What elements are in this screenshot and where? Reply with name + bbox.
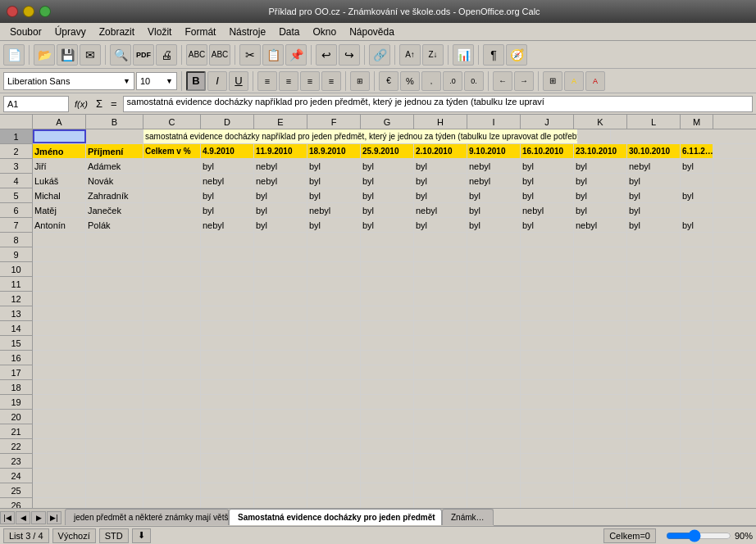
col-header-K[interactable]: K [574, 115, 627, 129]
cell-empty-9-5[interactable] [307, 247, 361, 261]
sheet-tab-2[interactable]: Samostatná evidence docházky pro jeden p… [229, 509, 442, 525]
cell-empty-11-7[interactable] [414, 277, 467, 291]
cell-empty-13-4[interactable] [254, 306, 307, 320]
cell-empty-16-4[interactable] [254, 351, 307, 365]
cell-empty-18-2[interactable] [143, 380, 201, 394]
align-right-button[interactable]: ≡ [300, 71, 320, 91]
cell-J5[interactable]: byl [521, 188, 574, 202]
cell-empty-25-6[interactable] [361, 483, 414, 497]
cell-C5[interactable] [143, 188, 201, 202]
cell-empty-13-7[interactable] [414, 306, 467, 320]
cell-empty-24-2[interactable] [143, 469, 201, 483]
cell-empty-18-1[interactable] [86, 380, 143, 394]
cell-F7[interactable]: byl [307, 218, 361, 232]
cell-empty-14-9[interactable] [521, 321, 574, 335]
cell-empty-19-10[interactable] [574, 395, 627, 409]
menu-napoveda[interactable]: Nápověda [343, 25, 401, 39]
underline-button[interactable]: U [229, 71, 248, 91]
cell-empty-17-2[interactable] [143, 365, 201, 379]
cell-empty-18-6[interactable] [361, 380, 414, 394]
cell-empty-23-11[interactable] [627, 454, 681, 468]
cell-empty-21-10[interactable] [574, 424, 627, 438]
cell-empty-25-10[interactable] [574, 483, 627, 497]
cell-D2[interactable]: 4.9.2010 [201, 144, 254, 158]
thousands-button[interactable]: , [421, 71, 441, 91]
cell-empty-18-5[interactable] [307, 380, 361, 394]
font-size-arrow[interactable]: ▼ [166, 77, 173, 85]
cell-empty-20-7[interactable] [414, 410, 467, 424]
cell-M7[interactable]: byl [681, 218, 713, 232]
cell-H4[interactable]: byl [414, 174, 467, 188]
cell-empty-9-0[interactable] [33, 247, 86, 261]
row-header-15[interactable]: 15 [0, 336, 32, 351]
cell-empty-20-2[interactable] [143, 410, 201, 424]
cell-empty-11-8[interactable] [467, 277, 521, 291]
cell-empty-17-9[interactable] [521, 365, 574, 379]
cell-empty-24-9[interactable] [521, 469, 574, 483]
cell-M3[interactable]: byl [681, 159, 713, 173]
cell-empty-21-0[interactable] [33, 424, 86, 438]
cell-empty-8-2[interactable] [143, 233, 201, 247]
cell-E5[interactable]: byl [254, 188, 307, 202]
row-header-3[interactable]: 3 [0, 159, 32, 174]
cell-empty-25-9[interactable] [521, 483, 574, 497]
cell-empty-15-5[interactable] [307, 336, 361, 350]
menu-upravy[interactable]: Úpravy [48, 25, 93, 39]
cell-empty-14-4[interactable] [254, 321, 307, 335]
chart-button[interactable]: 📊 [453, 44, 474, 66]
cell-empty-26-3[interactable] [201, 498, 254, 508]
close-button[interactable] [7, 6, 18, 17]
cell-empty-12-12[interactable] [681, 292, 713, 306]
cell-empty-17-11[interactable] [627, 365, 681, 379]
cell-H3[interactable]: byl [414, 159, 467, 173]
cell-J3[interactable]: byl [521, 159, 574, 173]
cell-F2[interactable]: 18.9.2010 [307, 144, 361, 158]
cell-empty-23-5[interactable] [307, 454, 361, 468]
cell-empty-14-7[interactable] [414, 321, 467, 335]
cell-empty-26-7[interactable] [414, 498, 467, 508]
cell-empty-20-8[interactable] [467, 410, 521, 424]
cell-empty-10-3[interactable] [201, 262, 254, 276]
h-scrollbar-area[interactable] [494, 509, 756, 526]
cell-empty-15-11[interactable] [627, 336, 681, 350]
cell-empty-19-12[interactable] [681, 395, 713, 409]
cell-L7[interactable]: byl [627, 218, 681, 232]
cell-A6[interactable]: Matěj [33, 203, 86, 217]
cell-empty-17-12[interactable] [681, 365, 713, 379]
cell-K2[interactable]: 23.10.2010 [574, 144, 627, 158]
cell-empty-26-11[interactable] [627, 498, 681, 508]
cell-empty-14-12[interactable] [681, 321, 713, 335]
autocorrect-button[interactable]: ABC [209, 44, 230, 66]
window-controls[interactable] [7, 6, 51, 17]
row-header-10[interactable]: 10 [0, 262, 32, 277]
cell-H6[interactable]: nebyl [414, 203, 467, 217]
highlight-button[interactable]: A [564, 71, 584, 91]
cell-empty-20-0[interactable] [33, 410, 86, 424]
tab-first-button[interactable]: |◀ [0, 511, 15, 524]
menu-vlozit[interactable]: Vložit [141, 25, 178, 39]
cell-I5[interactable]: byl [467, 188, 521, 202]
styles-button[interactable]: ¶ [483, 44, 504, 66]
cell-L5[interactable]: byl [627, 188, 681, 202]
cell-empty-16-10[interactable] [574, 351, 627, 365]
cell-D3[interactable]: byl [201, 159, 254, 173]
cell-empty-18-10[interactable] [574, 380, 627, 394]
cell-empty-11-6[interactable] [361, 277, 414, 291]
cell-M4[interactable] [681, 174, 713, 188]
cell-F3[interactable]: byl [307, 159, 361, 173]
cell-empty-19-7[interactable] [414, 395, 467, 409]
cell-empty-23-7[interactable] [414, 454, 467, 468]
cell-empty-24-12[interactable] [681, 469, 713, 483]
cell-empty-22-6[interactable] [361, 439, 414, 453]
row-header-6[interactable]: 6 [0, 203, 32, 218]
cell-empty-22-9[interactable] [521, 439, 574, 453]
cell-empty-11-0[interactable] [33, 277, 86, 291]
cell-empty-24-10[interactable] [574, 469, 627, 483]
cell-empty-21-3[interactable] [201, 424, 254, 438]
cell-empty-14-2[interactable] [143, 321, 201, 335]
cell-empty-16-9[interactable] [521, 351, 574, 365]
hyperlink-button[interactable]: 🔗 [369, 44, 390, 66]
cell-empty-24-6[interactable] [361, 469, 414, 483]
row-header-12[interactable]: 12 [0, 292, 32, 306]
minimize-button[interactable] [23, 6, 34, 17]
